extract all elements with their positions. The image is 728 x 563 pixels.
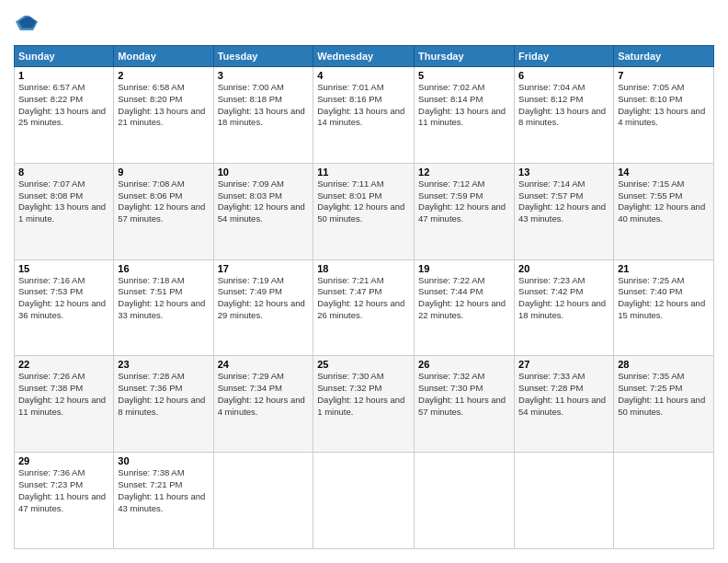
day-number: 24 bbox=[218, 359, 310, 370]
day-info: Sunrise: 7:22 AMSunset: 7:44 PMDaylight:… bbox=[418, 275, 510, 322]
day-number: 14 bbox=[618, 167, 710, 178]
column-header-friday: Friday bbox=[515, 46, 614, 67]
week-row-2: 8Sunrise: 7:07 AMSunset: 8:08 PMDaylight… bbox=[15, 163, 714, 259]
day-cell: 30Sunrise: 7:38 AMSunset: 7:21 PMDayligh… bbox=[114, 453, 213, 549]
week-row-3: 15Sunrise: 7:16 AMSunset: 7:53 PMDayligh… bbox=[15, 259, 714, 356]
day-info: Sunrise: 7:26 AMSunset: 7:38 PMDaylight:… bbox=[18, 371, 109, 418]
day-info: Sunrise: 7:19 AMSunset: 7:49 PMDaylight:… bbox=[218, 275, 310, 322]
day-info: Sunrise: 7:38 AMSunset: 7:21 PMDaylight:… bbox=[118, 467, 209, 514]
day-cell: 16Sunrise: 7:18 AMSunset: 7:51 PMDayligh… bbox=[114, 259, 213, 356]
day-number: 28 bbox=[618, 359, 710, 370]
day-number: 6 bbox=[518, 70, 609, 81]
day-info: Sunrise: 7:08 AMSunset: 8:06 PMDaylight:… bbox=[118, 178, 209, 225]
day-cell: 10Sunrise: 7:09 AMSunset: 8:03 PMDayligh… bbox=[213, 163, 313, 259]
day-number: 21 bbox=[618, 263, 710, 274]
day-info: Sunrise: 7:12 AMSunset: 7:59 PMDaylight:… bbox=[418, 178, 510, 225]
column-header-tuesday: Tuesday bbox=[213, 46, 313, 67]
day-number: 13 bbox=[518, 167, 609, 178]
day-number: 20 bbox=[518, 263, 609, 274]
day-info: Sunrise: 7:01 AMSunset: 8:16 PMDaylight:… bbox=[317, 82, 410, 129]
day-info: Sunrise: 7:15 AMSunset: 7:55 PMDaylight:… bbox=[618, 178, 710, 225]
day-cell: 7Sunrise: 7:05 AMSunset: 8:10 PMDaylight… bbox=[614, 67, 714, 164]
day-number: 9 bbox=[118, 167, 209, 178]
day-number: 26 bbox=[418, 359, 510, 370]
day-cell: 20Sunrise: 7:23 AMSunset: 7:42 PMDayligh… bbox=[515, 259, 614, 356]
day-info: Sunrise: 7:23 AMSunset: 7:42 PMDaylight:… bbox=[518, 275, 609, 322]
column-header-sunday: Sunday bbox=[15, 46, 114, 67]
day-number: 8 bbox=[18, 167, 109, 178]
day-cell: 18Sunrise: 7:21 AMSunset: 7:47 PMDayligh… bbox=[313, 259, 415, 356]
day-info: Sunrise: 7:28 AMSunset: 7:36 PMDaylight:… bbox=[118, 371, 209, 418]
day-cell: 13Sunrise: 7:14 AMSunset: 7:57 PMDayligh… bbox=[515, 163, 614, 259]
day-info: Sunrise: 7:36 AMSunset: 7:23 PMDaylight:… bbox=[18, 467, 109, 514]
day-cell: 1Sunrise: 6:57 AMSunset: 8:22 PMDaylight… bbox=[15, 67, 114, 164]
day-cell: 2Sunrise: 6:58 AMSunset: 8:20 PMDaylight… bbox=[114, 67, 213, 164]
day-cell: 3Sunrise: 7:00 AMSunset: 8:18 PMDaylight… bbox=[213, 67, 313, 164]
day-cell: 29Sunrise: 7:36 AMSunset: 7:23 PMDayligh… bbox=[15, 453, 114, 549]
day-number: 12 bbox=[418, 167, 510, 178]
day-cell: 5Sunrise: 7:02 AMSunset: 8:14 PMDaylight… bbox=[415, 67, 515, 164]
day-cell bbox=[515, 453, 614, 549]
day-info: Sunrise: 7:00 AMSunset: 8:18 PMDaylight:… bbox=[218, 82, 310, 129]
day-info: Sunrise: 7:29 AMSunset: 7:34 PMDaylight:… bbox=[218, 371, 310, 418]
day-cell: 17Sunrise: 7:19 AMSunset: 7:49 PMDayligh… bbox=[213, 259, 313, 356]
day-cell: 12Sunrise: 7:12 AMSunset: 7:59 PMDayligh… bbox=[415, 163, 515, 259]
day-cell: 15Sunrise: 7:16 AMSunset: 7:53 PMDayligh… bbox=[15, 259, 114, 356]
day-number: 4 bbox=[317, 70, 410, 81]
day-info: Sunrise: 7:05 AMSunset: 8:10 PMDaylight:… bbox=[618, 82, 710, 129]
day-cell bbox=[213, 453, 313, 549]
day-info: Sunrise: 7:02 AMSunset: 8:14 PMDaylight:… bbox=[418, 82, 510, 129]
day-number: 18 bbox=[317, 263, 410, 274]
day-cell: 14Sunrise: 7:15 AMSunset: 7:55 PMDayligh… bbox=[614, 163, 714, 259]
day-cell: 25Sunrise: 7:30 AMSunset: 7:32 PMDayligh… bbox=[313, 356, 415, 453]
week-row-4: 22Sunrise: 7:26 AMSunset: 7:38 PMDayligh… bbox=[15, 356, 714, 453]
day-info: Sunrise: 6:58 AMSunset: 8:20 PMDaylight:… bbox=[118, 82, 209, 129]
day-cell bbox=[614, 453, 714, 549]
day-cell: 26Sunrise: 7:32 AMSunset: 7:30 PMDayligh… bbox=[415, 356, 515, 453]
day-info: Sunrise: 7:30 AMSunset: 7:32 PMDaylight:… bbox=[317, 371, 410, 418]
calendar-page: SundayMondayTuesdayWednesdayThursdayFrid… bbox=[0, 0, 728, 563]
day-number: 23 bbox=[118, 359, 209, 370]
day-number: 10 bbox=[218, 167, 310, 178]
day-cell: 6Sunrise: 7:04 AMSunset: 8:12 PMDaylight… bbox=[515, 67, 614, 164]
calendar-table: SundayMondayTuesdayWednesdayThursdayFrid… bbox=[14, 45, 714, 549]
day-number: 22 bbox=[18, 359, 109, 370]
day-number: 30 bbox=[118, 455, 209, 466]
day-cell: 9Sunrise: 7:08 AMSunset: 8:06 PMDaylight… bbox=[114, 163, 213, 259]
day-number: 5 bbox=[418, 70, 510, 81]
day-cell bbox=[415, 453, 515, 549]
day-info: Sunrise: 7:07 AMSunset: 8:08 PMDaylight:… bbox=[18, 178, 109, 225]
day-cell: 22Sunrise: 7:26 AMSunset: 7:38 PMDayligh… bbox=[15, 356, 114, 453]
day-number: 1 bbox=[18, 70, 109, 81]
day-number: 15 bbox=[18, 263, 109, 274]
day-cell: 8Sunrise: 7:07 AMSunset: 8:08 PMDaylight… bbox=[15, 163, 114, 259]
day-number: 7 bbox=[618, 70, 710, 81]
day-number: 29 bbox=[18, 455, 109, 466]
day-info: Sunrise: 7:18 AMSunset: 7:51 PMDaylight:… bbox=[118, 275, 209, 322]
day-number: 17 bbox=[218, 263, 310, 274]
day-cell: 23Sunrise: 7:28 AMSunset: 7:36 PMDayligh… bbox=[114, 356, 213, 453]
day-number: 27 bbox=[518, 359, 609, 370]
week-row-1: 1Sunrise: 6:57 AMSunset: 8:22 PMDaylight… bbox=[15, 67, 714, 164]
day-cell: 28Sunrise: 7:35 AMSunset: 7:25 PMDayligh… bbox=[614, 356, 714, 453]
logo bbox=[14, 14, 41, 36]
day-info: Sunrise: 7:11 AMSunset: 8:01 PMDaylight:… bbox=[317, 178, 410, 225]
day-info: Sunrise: 7:09 AMSunset: 8:03 PMDaylight:… bbox=[218, 178, 310, 225]
column-header-wednesday: Wednesday bbox=[313, 46, 415, 67]
header bbox=[14, 14, 714, 36]
calendar-header-row: SundayMondayTuesdayWednesdayThursdayFrid… bbox=[15, 46, 714, 67]
day-info: Sunrise: 7:21 AMSunset: 7:47 PMDaylight:… bbox=[317, 275, 410, 322]
day-cell: 27Sunrise: 7:33 AMSunset: 7:28 PMDayligh… bbox=[515, 356, 614, 453]
day-info: Sunrise: 7:33 AMSunset: 7:28 PMDaylight:… bbox=[518, 371, 609, 418]
day-cell: 24Sunrise: 7:29 AMSunset: 7:34 PMDayligh… bbox=[213, 356, 313, 453]
day-cell: 4Sunrise: 7:01 AMSunset: 8:16 PMDaylight… bbox=[313, 67, 415, 164]
day-number: 16 bbox=[118, 263, 209, 274]
week-row-5: 29Sunrise: 7:36 AMSunset: 7:23 PMDayligh… bbox=[15, 453, 714, 549]
day-info: Sunrise: 7:32 AMSunset: 7:30 PMDaylight:… bbox=[418, 371, 510, 418]
day-cell: 11Sunrise: 7:11 AMSunset: 8:01 PMDayligh… bbox=[313, 163, 415, 259]
day-number: 25 bbox=[317, 359, 410, 370]
day-info: Sunrise: 7:35 AMSunset: 7:25 PMDaylight:… bbox=[618, 371, 710, 418]
day-cell bbox=[313, 453, 415, 549]
day-number: 11 bbox=[317, 167, 410, 178]
day-info: Sunrise: 6:57 AMSunset: 8:22 PMDaylight:… bbox=[18, 82, 109, 129]
